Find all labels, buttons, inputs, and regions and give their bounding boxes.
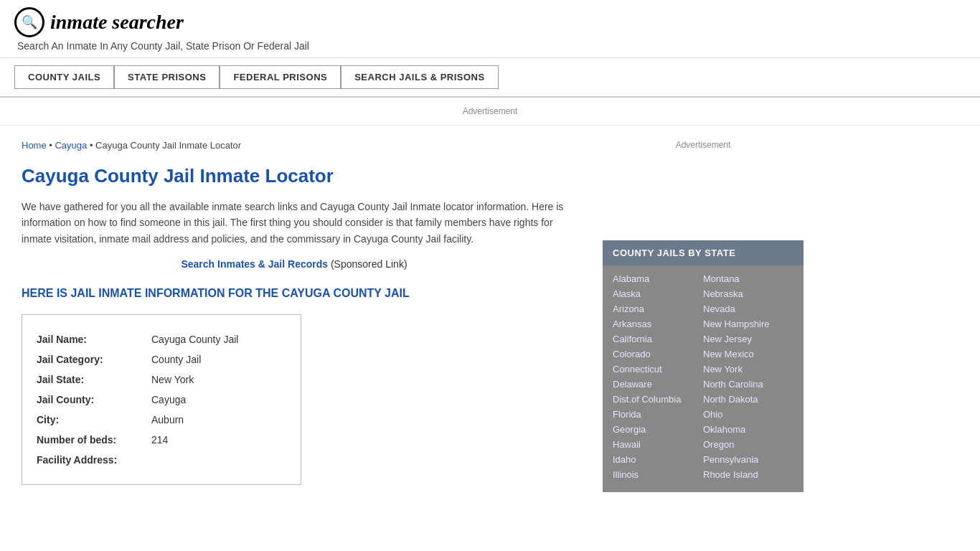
sponsored-link[interactable]: Search Inmates & Jail Records [181,258,328,270]
info-label-category: Jail Category: [37,349,151,369]
ad-banner-sidebar: Advertisement [603,140,804,226]
logo-area: 🔍 inmate searcher [14,7,966,37]
state-link-new-mexico[interactable]: New Mexico [703,347,793,362]
nav-search-jails[interactable]: SEARCH JAILS & PRISONS [341,65,498,89]
state-link-montana[interactable]: Montana [703,271,793,286]
state-columns: AlabamaAlaskaArizonaArkansasCaliforniaCo… [603,265,804,492]
state-link-rhode-island[interactable]: Rhode Island [703,467,793,482]
state-link-arkansas[interactable]: Arkansas [613,316,703,331]
state-link-new-jersey[interactable]: New Jersey [703,331,793,347]
main-layout: Home • Cayuga • Cayuga County Jail Inmat… [0,126,980,507]
info-label-name: Jail Name: [37,329,151,349]
state-link-pennsylvania[interactable]: Pennsylvania [703,452,793,467]
description-text: We have gathered for you all the availab… [22,199,567,247]
state-link-hawaii[interactable]: Hawaii [613,437,703,452]
breadcrumb-sep2: • [90,140,95,151]
info-label-beds: Number of beds: [37,430,151,450]
section-heading: HERE IS JAIL INMATE INFORMATION FOR THE … [22,287,567,300]
state-col-left: AlabamaAlaskaArizonaArkansasCaliforniaCo… [613,271,703,482]
state-link-alaska[interactable]: Alaska [613,286,703,301]
logo-icon: 🔍 [14,7,44,37]
sponsored-note-text: (Sponsored Link) [331,258,407,270]
info-value-beds: 214 [151,430,168,450]
state-link-illinois[interactable]: Illinois [613,467,703,482]
state-link-nebraska[interactable]: Nebraska [703,286,793,301]
nav-federal-prisons[interactable]: FEDERAL PRISONS [220,65,341,89]
info-value-name: Cayuga County Jail [151,329,238,349]
state-box-title: COUNTY JAILS BY STATE [603,240,804,265]
info-value-county: Cayuga [151,390,186,410]
site-header: 🔍 inmate searcher Search An Inmate In An… [0,0,980,58]
info-value-category: County Jail [151,349,201,369]
state-link-alabama[interactable]: Alabama [613,271,703,286]
state-link-nevada[interactable]: Nevada [703,301,793,316]
state-link-new-york[interactable]: New York [703,362,793,377]
info-row-city: City: Auburn [37,410,286,430]
state-link-georgia[interactable]: Georgia [613,422,703,437]
nav-inner: COUNTY JAILS STATE PRISONS FEDERAL PRISO… [14,65,966,89]
state-link-idaho[interactable]: Idaho [613,452,703,467]
logo-text: inmate searcher [50,11,184,34]
state-link-delaware[interactable]: Delaware [613,377,703,392]
info-row-name: Jail Name: Cayuga County Jail [37,329,286,349]
breadcrumb-current: Cayuga County Jail Inmate Locator [95,140,241,151]
state-link-connecticut[interactable]: Connecticut [613,362,703,377]
main-content: Home • Cayuga • Cayuga County Jail Inmat… [0,126,588,507]
info-label-state: Jail State: [37,369,151,390]
state-link-oregon[interactable]: Oregon [703,437,793,452]
breadcrumb-home[interactable]: Home [22,140,47,151]
state-link-dist.of-columbia[interactable]: Dist.of Columbia [613,392,703,407]
ad-banner-top: Advertisement [0,98,980,126]
info-label-city: City: [37,410,151,430]
state-link-california[interactable]: California [613,331,703,347]
sidebar: Advertisement COUNTY JAILS BY STATE Alab… [588,126,811,507]
nav-state-prisons[interactable]: STATE PRISONS [114,65,220,89]
state-link-north-dakota[interactable]: North Dakota [703,392,793,407]
state-link-colorado[interactable]: Colorado [613,347,703,362]
info-row-address: Facility Address: [37,450,286,470]
info-row-state: Jail State: New York [37,369,286,390]
state-link-north-carolina[interactable]: North Carolina [703,377,793,392]
nav-county-jails[interactable]: COUNTY JAILS [14,65,114,89]
state-link-ohio[interactable]: Ohio [703,407,793,422]
info-label-county: Jail County: [37,390,151,410]
sponsored-link-section: Search Inmates & Jail Records (Sponsored… [22,258,567,270]
info-label-address: Facility Address: [37,450,151,470]
state-jails-box: COUNTY JAILS BY STATE AlabamaAlaskaArizo… [603,240,804,492]
info-row-county: Jail County: Cayuga [37,390,286,410]
tagline: Search An Inmate In Any County Jail, Sta… [17,40,966,52]
info-row-category: Jail Category: County Jail [37,349,286,369]
logo-magnifier: 🔍 [22,14,37,30]
info-box: Jail Name: Cayuga County Jail Jail Categ… [22,314,301,485]
state-link-arizona[interactable]: Arizona [613,301,703,316]
breadcrumb-cayuga[interactable]: Cayuga [55,140,87,151]
state-link-florida[interactable]: Florida [613,407,703,422]
info-row-beds: Number of beds: 214 [37,430,286,450]
state-link-new-hampshire[interactable]: New Hampshire [703,316,793,331]
main-nav: COUNTY JAILS STATE PRISONS FEDERAL PRISO… [0,58,980,98]
state-col-right: MontanaNebraskaNevadaNew HampshireNew Je… [703,271,793,482]
state-link-oklahoma[interactable]: Oklahoma [703,422,793,437]
info-value-state: New York [151,369,194,390]
info-value-city: Auburn [151,410,184,430]
breadcrumb: Home • Cayuga • Cayuga County Jail Inmat… [22,140,567,151]
page-title: Cayuga County Jail Inmate Locator [22,165,567,187]
